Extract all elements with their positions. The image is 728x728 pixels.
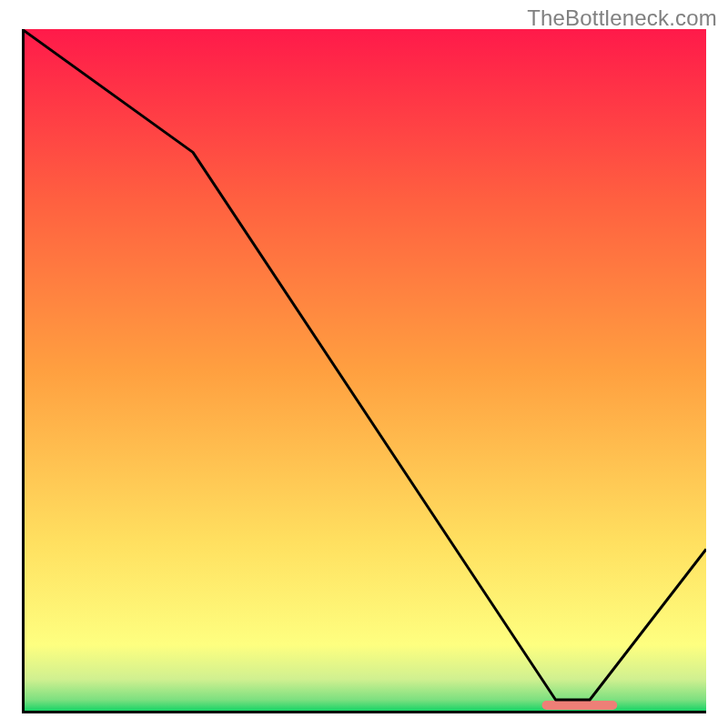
axes [22, 29, 706, 713]
attribution-text: TheBottleneck.com [527, 5, 717, 31]
chart-container: TheBottleneck.com [0, 0, 728, 728]
plot-area [22, 29, 706, 713]
